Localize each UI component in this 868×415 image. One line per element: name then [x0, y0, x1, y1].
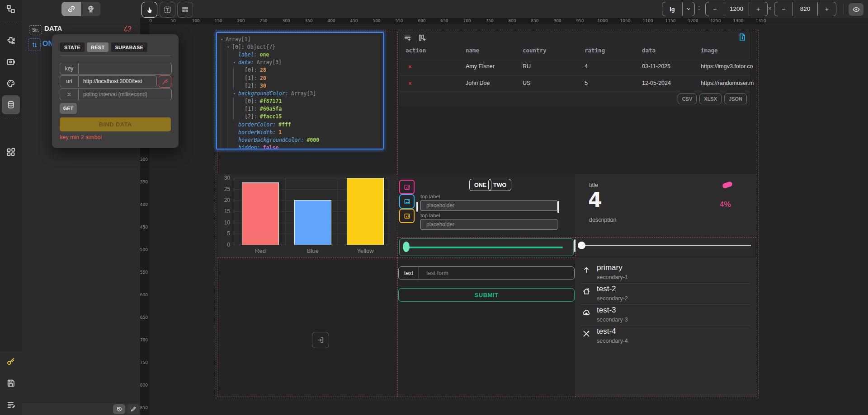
chart-gridline-v — [337, 178, 338, 245]
chevron-down-icon — [682, 2, 694, 16]
sidebar-item-blocks[interactable] — [6, 148, 15, 157]
width-plus-button[interactable]: + — [749, 5, 767, 13]
layout-tool-button[interactable] — [177, 2, 193, 18]
column-header-rating[interactable]: rating — [585, 47, 605, 54]
tree-line: [0]:28 — [221, 66, 383, 74]
add-row-icon[interactable] — [404, 34, 411, 42]
x-tick-label: Yellow — [357, 247, 373, 254]
get-method-button[interactable]: GET — [60, 103, 77, 114]
tab-rest[interactable]: REST — [87, 42, 109, 52]
rest-data-popover: STATERESTSUPABASEkeyurlGETBIND DATAkey m… — [52, 34, 179, 148]
add-column-icon[interactable] — [418, 34, 426, 42]
slider-track[interactable] — [406, 247, 563, 248]
chevron-down-icon[interactable]: ▾ — [233, 60, 238, 65]
globe-mode-button[interactable] — [81, 2, 100, 16]
tree-line: [2]:30 — [221, 82, 383, 89]
hruler-tick: 550 — [395, 19, 403, 23]
bar-chart-widget: 051015202530RedBlueYellow — [217, 174, 396, 257]
sidebar-item-notes[interactable] — [6, 401, 15, 410]
widget-picker-button[interactable] — [399, 180, 415, 194]
widget-picker-button[interactable] — [399, 194, 415, 209]
sidebar-item-palette[interactable] — [6, 79, 15, 88]
width-minus-button[interactable]: − — [706, 5, 724, 13]
form-text-input[interactable] — [419, 270, 574, 276]
sync-icon[interactable] — [28, 38, 41, 51]
tree-line: ▾data:Array[3] — [221, 59, 383, 66]
plug-button[interactable] — [159, 75, 171, 88]
tab-field-input[interactable] — [420, 200, 557, 211]
tab-two[interactable]: TWO — [488, 179, 511, 191]
topbar-divider — [844, 4, 844, 14]
scrollbar[interactable] — [416, 202, 418, 212]
column-header-data[interactable]: data — [642, 47, 656, 54]
chevron-down-icon[interactable]: ▾ — [227, 45, 232, 49]
export-xlsx-button[interactable]: XLSX — [699, 93, 722, 104]
delete-row-button[interactable]: × — [408, 63, 412, 70]
table-cell: 12-05-2024 — [642, 80, 671, 86]
chevron-down-icon[interactable]: ▾ — [221, 37, 226, 42]
unlink-icon[interactable] — [124, 25, 132, 33]
stat-title: title — [589, 182, 598, 188]
sidebar-item-puzzle[interactable] — [6, 36, 15, 45]
scrollbar[interactable] — [574, 239, 576, 252]
slider-thumb[interactable] — [403, 242, 410, 252]
list-divider — [580, 326, 750, 326]
pointer-tool-button[interactable] — [142, 2, 157, 18]
export-csv-button[interactable]: CSV — [678, 93, 697, 104]
list-item[interactable]: test-4secondary-4 — [575, 328, 756, 348]
json-tree-widget[interactable]: ▾Array[1]▾[0]:Object{7}label:one▾data:Ar… — [216, 32, 384, 149]
breakpoint-dropdown[interactable]: lg — [662, 2, 695, 16]
tab-field-input[interactable] — [420, 219, 557, 230]
table-cell: RU — [523, 63, 531, 70]
database-icon — [6, 100, 15, 109]
list-item-primary: test-3 — [597, 306, 616, 315]
column-header-image[interactable]: image — [701, 47, 718, 54]
column-header-action[interactable]: action — [406, 47, 426, 54]
enter-button[interactable] — [312, 332, 329, 348]
preview-button[interactable] — [849, 3, 863, 16]
slider-thumb[interactable] — [578, 242, 585, 249]
variable-name: DATA — [44, 24, 62, 32]
slider-track[interactable] — [580, 245, 751, 246]
file-info-icon[interactable] — [738, 33, 746, 42]
export-json-button[interactable]: JSON — [724, 93, 747, 104]
history-button[interactable] — [113, 404, 125, 414]
width-value[interactable]: 1200 — [724, 2, 749, 16]
url-input[interactable] — [79, 78, 156, 84]
polling-interval-input[interactable] — [79, 91, 171, 98]
bind-data-button[interactable]: BIND DATA — [60, 117, 171, 131]
column-header-name[interactable]: name — [466, 47, 479, 54]
x-icon[interactable] — [60, 89, 79, 100]
widget-picker-button[interactable] — [399, 209, 415, 223]
key-icon — [6, 357, 15, 366]
popover-divider — [60, 55, 171, 56]
delete-row-button[interactable]: × — [408, 80, 412, 87]
list-divider — [580, 304, 750, 305]
tab-supabase[interactable]: SUPABASE — [111, 42, 147, 52]
sidebar-item-save[interactable] — [6, 378, 15, 387]
tab-state[interactable]: STATE — [60, 42, 85, 52]
height-plus-button[interactable]: + — [818, 5, 836, 13]
key-input[interactable] — [79, 65, 171, 72]
chevron-down-icon[interactable]: ▾ — [233, 91, 238, 96]
link-mode-button[interactable] — [61, 2, 81, 16]
submit-button[interactable]: SUBMIT — [398, 288, 575, 302]
hruler-tick: 1050 — [620, 19, 631, 23]
height-value[interactable]: 820 — [793, 2, 818, 16]
height-minus-button[interactable]: − — [774, 5, 793, 13]
sidebar-item-database[interactable] — [6, 100, 15, 109]
vruler-tick: 800 — [140, 383, 148, 387]
column-header-country[interactable]: country — [523, 47, 547, 54]
arrow-up-icon — [582, 266, 590, 274]
sidebar-item-wallet[interactable] — [6, 57, 15, 66]
list-item[interactable]: test-2secondary-2 — [575, 286, 756, 306]
scrollbar[interactable] — [557, 201, 559, 213]
table-cell: Amy Elsner — [466, 63, 495, 70]
sidebar-item-key[interactable] — [6, 357, 15, 366]
sidebar-item-sitemap[interactable] — [6, 5, 15, 14]
list-item[interactable]: test-3secondary-3 — [575, 307, 756, 327]
text-tool-button[interactable] — [160, 2, 175, 18]
edit-button[interactable] — [127, 404, 139, 414]
list-item[interactable]: primarysecondary-1 — [575, 265, 756, 284]
tree-line: ▾[0]:Object{7} — [221, 43, 383, 51]
